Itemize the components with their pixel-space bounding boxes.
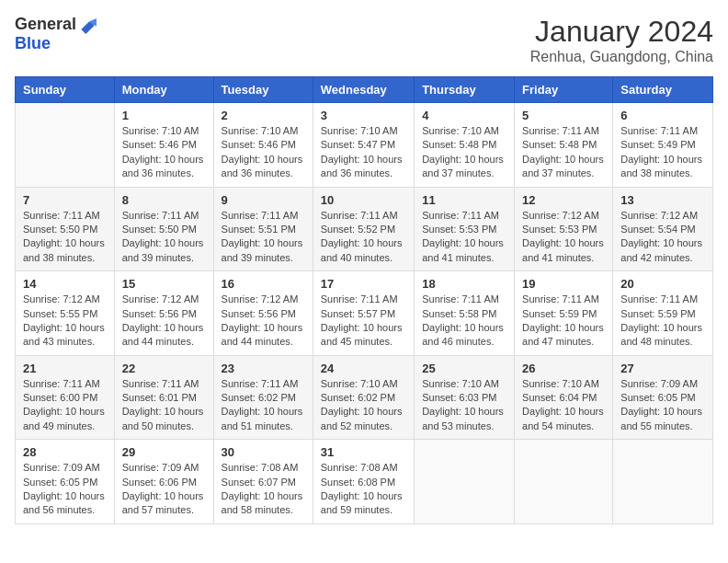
cell-date-number: 22 (122, 362, 206, 375)
cell-date-number: 19 (522, 277, 605, 291)
cell-date-number: 29 (122, 445, 206, 459)
calendar-cell: 26Sunrise: 7:10 AM Sunset: 6:04 PM Dayli… (515, 355, 613, 440)
cell-date-number: 30 (222, 445, 305, 459)
calendar-cell: 31Sunrise: 7:08 AM Sunset: 6:08 PM Dayli… (313, 440, 414, 524)
calendar-table: SundayMondayTuesdayWednesdayThursdayFrid… (15, 76, 713, 524)
header: General Blue January 2024 Renhua, Guangd… (15, 15, 713, 65)
calendar-cell: 8Sunrise: 7:11 AM Sunset: 5:50 PM Daylig… (114, 187, 213, 271)
cell-date-number: 12 (522, 193, 605, 207)
logo-blue-text: Blue (15, 34, 51, 53)
location: Renhua, Guangdong, China (530, 49, 713, 65)
cell-info: Sunrise: 7:10 AM Sunset: 6:03 PM Dayligh… (422, 377, 506, 434)
week-row: 14Sunrise: 7:12 AM Sunset: 5:55 PM Dayli… (16, 271, 713, 356)
calendar-cell: 28Sunrise: 7:09 AM Sunset: 6:05 PM Dayli… (16, 440, 115, 524)
cell-info: Sunrise: 7:11 AM Sunset: 5:57 PM Dayligh… (321, 293, 406, 350)
week-row: 21Sunrise: 7:11 AM Sunset: 6:00 PM Dayli… (16, 355, 713, 440)
logo: General Blue (15, 15, 97, 53)
calendar-cell: 18Sunrise: 7:11 AM Sunset: 5:58 PM Dayli… (415, 271, 515, 356)
logo-icon (78, 16, 97, 34)
calendar-cell: 9Sunrise: 7:11 AM Sunset: 5:51 PM Daylig… (213, 187, 313, 271)
cell-date-number: 7 (23, 193, 107, 207)
calendar-cell: 27Sunrise: 7:09 AM Sunset: 6:05 PM Dayli… (613, 355, 713, 440)
cell-date-number: 13 (620, 193, 705, 207)
cell-info: Sunrise: 7:11 AM Sunset: 6:00 PM Dayligh… (23, 377, 107, 434)
calendar-cell: 5Sunrise: 7:11 AM Sunset: 5:48 PM Daylig… (515, 103, 613, 188)
cell-info: Sunrise: 7:09 AM Sunset: 6:05 PM Dayligh… (23, 461, 107, 518)
cell-info: Sunrise: 7:11 AM Sunset: 5:50 PM Dayligh… (122, 209, 206, 266)
cell-date-number: 8 (122, 193, 206, 207)
day-header-monday: Monday (114, 77, 213, 103)
cell-info: Sunrise: 7:12 AM Sunset: 5:56 PM Dayligh… (122, 293, 206, 350)
cell-info: Sunrise: 7:11 AM Sunset: 5:51 PM Dayligh… (222, 209, 305, 266)
calendar-cell: 4Sunrise: 7:10 AM Sunset: 5:48 PM Daylig… (415, 103, 515, 188)
calendar-cell: 1Sunrise: 7:10 AM Sunset: 5:46 PM Daylig… (114, 103, 213, 188)
cell-date-number: 28 (23, 445, 107, 459)
cell-info: Sunrise: 7:09 AM Sunset: 6:05 PM Dayligh… (620, 377, 705, 434)
cell-info: Sunrise: 7:12 AM Sunset: 5:53 PM Dayligh… (522, 209, 605, 266)
logo-general-text: General (15, 15, 76, 34)
calendar-cell: 11Sunrise: 7:11 AM Sunset: 5:53 PM Dayli… (415, 187, 515, 271)
cell-info: Sunrise: 7:08 AM Sunset: 6:08 PM Dayligh… (321, 461, 406, 518)
calendar-cell: 14Sunrise: 7:12 AM Sunset: 5:55 PM Dayli… (16, 271, 115, 356)
calendar-cell (515, 440, 613, 524)
calendar-cell: 23Sunrise: 7:11 AM Sunset: 6:02 PM Dayli… (213, 355, 313, 440)
calendar-cell (613, 440, 713, 524)
cell-info: Sunrise: 7:08 AM Sunset: 6:07 PM Dayligh… (222, 461, 305, 518)
cell-date-number: 27 (620, 362, 705, 375)
cell-info: Sunrise: 7:10 AM Sunset: 6:02 PM Dayligh… (321, 377, 406, 434)
calendar-cell: 25Sunrise: 7:10 AM Sunset: 6:03 PM Dayli… (415, 355, 515, 440)
calendar-cell: 30Sunrise: 7:08 AM Sunset: 6:07 PM Dayli… (213, 440, 313, 524)
cell-info: Sunrise: 7:11 AM Sunset: 5:59 PM Dayligh… (522, 293, 605, 350)
cell-info: Sunrise: 7:09 AM Sunset: 6:06 PM Dayligh… (122, 461, 206, 518)
day-header-thursday: Thursday (415, 77, 515, 103)
cell-info: Sunrise: 7:12 AM Sunset: 5:54 PM Dayligh… (620, 209, 705, 266)
cell-date-number: 10 (321, 193, 406, 207)
cell-date-number: 26 (522, 362, 605, 375)
calendar-cell: 7Sunrise: 7:11 AM Sunset: 5:50 PM Daylig… (16, 187, 115, 271)
calendar-cell: 3Sunrise: 7:10 AM Sunset: 5:47 PM Daylig… (313, 103, 414, 188)
cell-date-number: 2 (222, 109, 305, 122)
calendar-cell: 13Sunrise: 7:12 AM Sunset: 5:54 PM Dayli… (613, 187, 713, 271)
cell-date-number: 11 (422, 193, 506, 207)
calendar-cell: 19Sunrise: 7:11 AM Sunset: 5:59 PM Dayli… (515, 271, 613, 356)
cell-date-number: 9 (222, 193, 305, 207)
cell-date-number: 3 (321, 109, 406, 122)
cell-info: Sunrise: 7:11 AM Sunset: 5:48 PM Dayligh… (522, 124, 605, 181)
calendar-cell: 29Sunrise: 7:09 AM Sunset: 6:06 PM Dayli… (114, 440, 213, 524)
cell-date-number: 14 (23, 277, 107, 291)
day-header-friday: Friday (515, 77, 613, 103)
cell-info: Sunrise: 7:10 AM Sunset: 5:48 PM Dayligh… (422, 124, 506, 181)
cell-info: Sunrise: 7:10 AM Sunset: 5:46 PM Dayligh… (122, 124, 206, 181)
cell-info: Sunrise: 7:11 AM Sunset: 5:53 PM Dayligh… (422, 209, 506, 266)
calendar-cell: 16Sunrise: 7:12 AM Sunset: 5:56 PM Dayli… (213, 271, 313, 356)
cell-info: Sunrise: 7:12 AM Sunset: 5:56 PM Dayligh… (222, 293, 305, 350)
calendar-cell: 21Sunrise: 7:11 AM Sunset: 6:00 PM Dayli… (16, 355, 115, 440)
cell-date-number: 21 (23, 362, 107, 375)
cell-info: Sunrise: 7:12 AM Sunset: 5:55 PM Dayligh… (23, 293, 107, 350)
cell-date-number: 4 (422, 109, 506, 122)
cell-info: Sunrise: 7:11 AM Sunset: 5:50 PM Dayligh… (23, 209, 107, 266)
cell-date-number: 20 (620, 277, 705, 291)
calendar-cell: 20Sunrise: 7:11 AM Sunset: 5:59 PM Dayli… (613, 271, 713, 356)
calendar-cell: 6Sunrise: 7:11 AM Sunset: 5:49 PM Daylig… (613, 103, 713, 188)
cell-date-number: 17 (321, 277, 406, 291)
cell-date-number: 25 (422, 362, 506, 375)
cell-date-number: 24 (321, 362, 406, 375)
cell-date-number: 5 (522, 109, 605, 122)
calendar-cell: 22Sunrise: 7:11 AM Sunset: 6:01 PM Dayli… (114, 355, 213, 440)
week-row: 28Sunrise: 7:09 AM Sunset: 6:05 PM Dayli… (16, 440, 713, 524)
header-row: SundayMondayTuesdayWednesdayThursdayFrid… (16, 77, 713, 103)
title-section: January 2024 Renhua, Guangdong, China (530, 15, 713, 65)
cell-info: Sunrise: 7:11 AM Sunset: 5:52 PM Dayligh… (321, 209, 406, 266)
cell-info: Sunrise: 7:11 AM Sunset: 5:59 PM Dayligh… (620, 293, 705, 350)
calendar-cell: 15Sunrise: 7:12 AM Sunset: 5:56 PM Dayli… (114, 271, 213, 356)
cell-info: Sunrise: 7:11 AM Sunset: 6:02 PM Dayligh… (222, 377, 305, 434)
calendar-cell: 24Sunrise: 7:10 AM Sunset: 6:02 PM Dayli… (313, 355, 414, 440)
day-header-wednesday: Wednesday (313, 77, 414, 103)
week-row: 7Sunrise: 7:11 AM Sunset: 5:50 PM Daylig… (16, 187, 713, 271)
cell-date-number: 31 (321, 445, 406, 459)
cell-info: Sunrise: 7:11 AM Sunset: 5:49 PM Dayligh… (620, 124, 705, 181)
day-header-tuesday: Tuesday (213, 77, 313, 103)
day-header-sunday: Sunday (16, 77, 115, 103)
cell-date-number: 15 (122, 277, 206, 291)
